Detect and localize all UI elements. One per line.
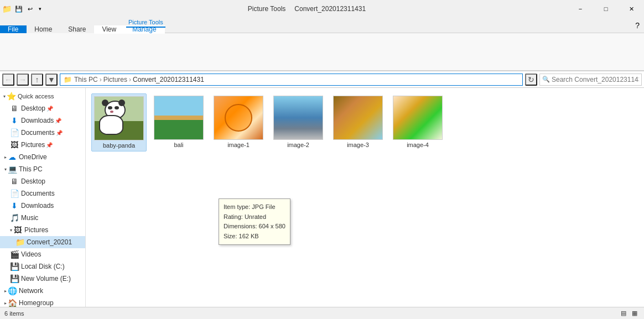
picture-tools-ribbon-label: Picture Tools (126, 18, 165, 28)
sidebar-label-pictures-qa: Pictures (21, 141, 45, 149)
sidebar-item-documents-pc[interactable]: 📄 Documents (0, 187, 85, 200)
pin-icon-documents: 📌 (56, 130, 63, 136)
window-title: Convert_202012311431 (294, 5, 366, 13)
expand-arrow-homegroup: ▸ (4, 301, 7, 306)
help-icon[interactable]: ? (635, 21, 640, 30)
file-tooltip: Item type: JPG File Rating: Unrated Dime… (219, 198, 290, 245)
thumbnail-baby-panda (94, 96, 144, 140)
expand-arrow-pictures-pc: ▾ (10, 228, 12, 233)
quick-access-icon: ⭐ (7, 92, 15, 101)
pin-icon-pictures: 📌 (46, 142, 53, 148)
title-bar: 📁 💾 ↩ ▾ Picture Tools Convert_2020123114… (0, 0, 644, 18)
ribbon-content (0, 33, 644, 71)
tooltip-line1: Item type: JPG File (224, 202, 285, 212)
sidebar-label-documents-qa: Documents (21, 129, 55, 137)
sidebar-item-pictures-pc[interactable]: ▾ 🖼 Pictures (0, 224, 85, 236)
sidebar-item-onedrive[interactable]: ▸ ☁ OneDrive (0, 151, 85, 163)
sidebar-item-quick-access[interactable]: ▾ ⭐ Quick access (0, 90, 85, 102)
videos-pc-icon: 🎬 (10, 250, 19, 259)
content-area: baby-panda bali image-1 image-2 (86, 88, 644, 319)
tab-home[interactable]: Home (27, 25, 60, 33)
file-item-image-1[interactable]: image-1 (211, 93, 266, 151)
sidebar-label-downloads-qa: Downloads (21, 117, 54, 124)
tab-file[interactable]: File (0, 25, 27, 33)
desktop-pc-icon: 🖥 (10, 177, 19, 186)
network-icon: 🌐 (8, 286, 17, 295)
tab-view[interactable]: View (94, 25, 124, 34)
tab-share[interactable]: Share (60, 25, 94, 33)
sidebar: ▾ ⭐ Quick access 🖥 Desktop 📌 ⬇ Downloads… (0, 88, 86, 319)
customize-btn[interactable]: ▾ (36, 4, 44, 14)
up-btn[interactable]: ↑ (31, 74, 43, 86)
undo-btn[interactable]: ↩ (25, 4, 35, 14)
sidebar-label-downloads-pc: Downloads (21, 202, 54, 210)
sidebar-label-new-volume: New Volume (E:) (21, 275, 71, 283)
path-icon: 📁 (64, 76, 72, 83)
sidebar-label-convert-folder: Convert_20201 (27, 238, 72, 246)
expand-arrow-network: ▸ (4, 289, 7, 294)
sidebar-item-new-volume[interactable]: 💾 New Volume (E:) (0, 273, 85, 285)
app-icon: 📁 (2, 4, 12, 13)
back-btn[interactable]: ← (2, 74, 14, 86)
list-view-btn[interactable]: ▤ (619, 308, 629, 318)
close-btn[interactable]: ✕ (619, 0, 644, 18)
sidebar-label-music-pc: Music (21, 214, 38, 222)
sidebar-label-this-pc: This PC (19, 165, 43, 173)
search-input[interactable] (552, 76, 639, 83)
sidebar-item-local-disk[interactable]: 💾 Local Disk (C:) (0, 260, 85, 273)
sidebar-item-this-pc[interactable]: ▾ 💻 This PC (0, 163, 85, 175)
thumbnail-image-4 (393, 96, 443, 140)
title-center: Picture Tools Convert_202012311431 (46, 5, 568, 13)
sidebar-item-music-pc[interactable]: 🎵 Music (0, 212, 85, 224)
path-part-1: This PC (74, 76, 98, 83)
pictures-pc-icon: 🖼 (13, 226, 22, 234)
sidebar-item-videos-pc[interactable]: 🎬 Videos (0, 248, 85, 260)
downloads-pc-icon: ⬇ (10, 201, 19, 210)
file-item-bali[interactable]: bali (151, 93, 206, 151)
expand-arrow-quick-access: ▾ (3, 94, 6, 99)
sidebar-item-convert-folder[interactable]: 📁 Convert_20201 (0, 236, 85, 248)
sidebar-item-pictures-qa[interactable]: 🖼 Pictures 📌 (0, 139, 85, 151)
documents-qa-icon: 📄 (10, 128, 19, 137)
path-part-2: Pictures (103, 76, 127, 83)
forward-btn[interactable]: → (17, 74, 29, 86)
address-path[interactable]: 📁 This PC › Pictures › Convert_202012311… (60, 74, 523, 86)
sidebar-label-videos-pc: Videos (21, 250, 41, 258)
file-label-image-3: image-3 (347, 142, 369, 148)
details-view-btn[interactable]: ▦ (630, 308, 640, 318)
expand-arrow-this-pc: ▾ (4, 167, 7, 172)
path-sep-1: › (100, 76, 102, 83)
file-item-image-3[interactable]: image-3 (330, 93, 386, 151)
sidebar-label-documents-pc: Documents (21, 190, 55, 197)
sidebar-label-desktop-qa: Desktop (21, 104, 45, 112)
sidebar-item-documents-qa[interactable]: 📄 Documents 📌 (0, 127, 85, 139)
search-box[interactable]: 🔍 (539, 74, 642, 86)
tooltip-line4: Size: 162 KB (224, 232, 285, 242)
homegroup-icon: 🏠 (8, 299, 17, 307)
quick-save-btn[interactable]: 💾 (14, 4, 24, 14)
quick-access-toolbar: 📁 💾 ↩ ▾ (0, 4, 46, 14)
view-controls: ▤ ▦ (619, 308, 640, 318)
onedrive-icon: ☁ (8, 153, 17, 161)
picture-tools-label: Picture Tools (248, 5, 285, 13)
file-label-baby-panda: baby-panda (103, 142, 135, 149)
main-layout: ▾ ⭐ Quick access 🖥 Desktop 📌 ⬇ Downloads… (0, 88, 644, 319)
refresh-btn[interactable]: ↻ (525, 74, 537, 86)
sidebar-item-desktop-qa[interactable]: 🖥 Desktop 📌 (0, 102, 85, 114)
search-icon: 🔍 (542, 76, 550, 83)
item-count: 6 items (4, 310, 24, 317)
file-item-baby-panda[interactable]: baby-panda (91, 93, 147, 151)
file-item-image-4[interactable]: image-4 (390, 93, 445, 151)
sidebar-item-downloads-qa[interactable]: ⬇ Downloads 📌 (0, 114, 85, 127)
convert-folder-icon: 📁 (15, 238, 24, 247)
sidebar-item-network[interactable]: ▸ 🌐 Network (0, 285, 85, 297)
recent-locations-btn[interactable]: ▼ (45, 74, 58, 86)
documents-pc-icon: 📄 (10, 189, 19, 198)
sidebar-item-desktop-pc[interactable]: 🖥 Desktop (0, 175, 85, 187)
sidebar-label-quick-access: Quick access (18, 93, 54, 100)
window-controls: − □ ✕ (568, 0, 644, 18)
maximize-btn[interactable]: □ (593, 0, 619, 18)
file-item-image-2[interactable]: image-2 (271, 93, 326, 151)
minimize-btn[interactable]: − (568, 0, 593, 18)
sidebar-item-downloads-pc[interactable]: ⬇ Downloads (0, 200, 85, 212)
